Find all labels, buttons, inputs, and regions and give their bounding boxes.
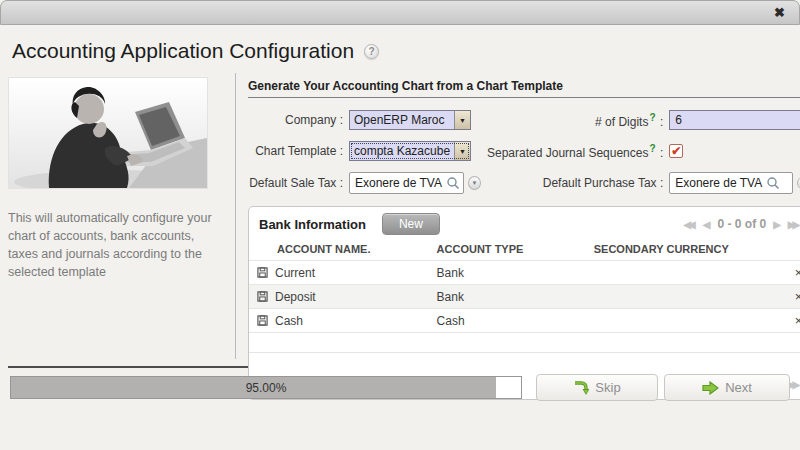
bank-information-panel: Bank Information New ◀◀ ◀ 0 - 0 of 0 ▶ ▶… — [248, 206, 800, 400]
save-row-icon[interactable] — [257, 291, 268, 302]
default-purchase-tax-field[interactable] — [669, 172, 793, 194]
page-title: Accounting Application Configuration — [12, 39, 354, 63]
wizard-body: This will automatically configure your c… — [0, 73, 800, 359]
close-icon[interactable]: ✖ — [774, 6, 785, 19]
default-sale-tax-label: Default Sale Tax : — [248, 176, 343, 190]
separated-journal-label: Separated Journal Sequences? : — [487, 143, 663, 160]
delete-row-icon[interactable]: × — [777, 261, 800, 285]
company-value: OpenERP Maroc — [350, 113, 454, 127]
person-laptop-photo — [8, 77, 208, 189]
new-bank-button[interactable]: New — [382, 213, 440, 235]
progress-label: 95.00% — [11, 377, 521, 398]
save-row-icon[interactable] — [257, 267, 268, 278]
bank-accounts-table: ACCOUNT NAME. ACCOUNT TYPE SECONDARY CUR… — [249, 240, 800, 373]
search-icon[interactable] — [446, 176, 460, 190]
progress-bar: 95.00% — [10, 376, 522, 399]
sale-tax-dropdown-icon[interactable]: ▼ — [468, 176, 481, 190]
company-label: Company : — [248, 113, 343, 127]
separated-journal-help-icon[interactable]: ? — [649, 143, 655, 154]
title-help-icon[interactable]: ? — [364, 44, 379, 59]
chart-template-value: compta Kazacube — [350, 144, 454, 158]
bank-information-title: Bank Information — [259, 217, 366, 232]
skip-button[interactable]: Skip — [536, 374, 658, 401]
dialog-titlebar: ✖ — [0, 0, 800, 25]
pager-first-icon[interactable]: ◀◀ — [683, 219, 692, 230]
left-panel: This will automatically configure your c… — [8, 73, 236, 359]
default-purchase-tax-input[interactable] — [670, 176, 766, 190]
empty-row — [249, 333, 800, 353]
separated-journal-checkbox[interactable]: ✔ — [669, 144, 683, 158]
next-arrow-icon — [702, 381, 719, 395]
chevron-down-icon[interactable]: ▼ — [454, 142, 470, 160]
config-form: Company : OpenERP Maroc ▼ # of Digits? :… — [248, 110, 800, 194]
default-purchase-tax-label: Default Purchase Tax : — [487, 176, 663, 190]
skip-arrow-icon — [573, 380, 589, 396]
delete-row-icon[interactable]: × — [777, 309, 800, 333]
default-sale-tax-field[interactable] — [349, 172, 464, 194]
table-row[interactable]: Cash Cash × — [249, 309, 800, 333]
chart-template-label: Chart Template : — [248, 144, 343, 158]
column-secondary-currency: SECONDARY CURRENCY — [586, 240, 777, 261]
chevron-down-icon[interactable]: ▼ — [454, 111, 470, 129]
check-icon: ✔ — [671, 145, 681, 157]
right-panel: Generate Your Accounting Chart from a Ch… — [236, 73, 800, 359]
pager-range: 0 - 0 of 0 — [717, 217, 766, 231]
pager-prev-icon[interactable]: ◀ — [703, 219, 711, 230]
pager-next-icon[interactable]: ▶ — [773, 219, 781, 230]
delete-row-icon[interactable]: × — [777, 285, 800, 309]
bank-pager-top: ◀◀ ◀ 0 - 0 of 0 ▶ ▶▶ — [683, 217, 800, 231]
digits-label: # of Digits? : — [487, 112, 663, 129]
table-row[interactable]: Deposit Bank × — [249, 285, 800, 309]
person-laptop-illustration — [9, 78, 207, 188]
column-account-type: ACCOUNT TYPE — [429, 240, 586, 261]
section-title: Generate Your Accounting Chart from a Ch… — [248, 79, 800, 98]
digits-input[interactable] — [669, 110, 800, 130]
empty-row — [249, 353, 800, 373]
save-row-icon[interactable] — [257, 315, 268, 326]
next-button[interactable]: Next — [664, 374, 790, 401]
helper-description: This will automatically configure your c… — [8, 209, 225, 282]
column-account-name: ACCOUNT NAME. — [249, 240, 429, 261]
default-sale-tax-input[interactable] — [350, 176, 446, 190]
page-header: Accounting Application Configuration ? — [0, 25, 800, 73]
chart-template-select[interactable]: compta Kazacube ▼ — [349, 141, 471, 161]
company-select[interactable]: OpenERP Maroc ▼ — [349, 110, 471, 130]
pager-last-icon[interactable]: ▶▶ — [788, 219, 797, 230]
digits-help-icon[interactable]: ? — [649, 112, 655, 123]
table-row[interactable]: Current Bank × — [249, 261, 800, 285]
search-icon[interactable] — [766, 176, 780, 190]
